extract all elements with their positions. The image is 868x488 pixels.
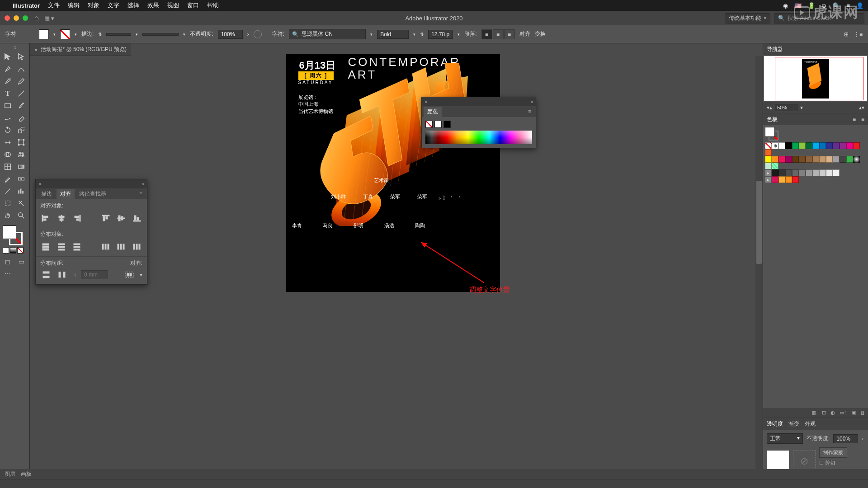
isolate-mode-icon[interactable]: ⊞ — [844, 31, 849, 38]
app-name[interactable]: Illustrator — [13, 2, 40, 9]
user-icon[interactable]: 👤 — [856, 2, 863, 9]
swatch-item[interactable]: ▸ — [765, 169, 772, 176]
swatch-item[interactable] — [806, 169, 812, 176]
align-to-selection[interactable] — [123, 270, 135, 280]
workspace-dropdown[interactable]: 传统基本功能▾ — [725, 13, 770, 23]
shape-builder-tool[interactable] — [1, 149, 14, 160]
new-swatch-icon[interactable]: ▣ — [851, 410, 856, 416]
swatch-item[interactable] — [792, 176, 799, 183]
swatch-item[interactable] — [785, 176, 792, 183]
swatch-item[interactable]: ▸ — [765, 176, 772, 183]
eyedropper-tool[interactable] — [1, 173, 14, 185]
free-transform-tool[interactable] — [14, 136, 28, 148]
align-right-button[interactable]: ≡ — [504, 29, 515, 39]
swatch-item[interactable] — [792, 156, 799, 163]
settings-icon[interactable]: ⋮≡ — [854, 31, 863, 38]
rotate-tool[interactable] — [1, 124, 14, 136]
menu-edit[interactable]: 编辑 — [68, 1, 80, 9]
flag-us-icon[interactable]: 🇺🇸 — [794, 2, 802, 9]
gradient-mode-icon[interactable] — [10, 247, 16, 253]
delete-swatch-icon[interactable]: 🗑 — [860, 410, 865, 416]
swatch-item[interactable] — [846, 142, 853, 149]
horizontal-distribute-right[interactable] — [131, 242, 142, 252]
close-window[interactable] — [5, 15, 10, 21]
shaper-tool[interactable] — [1, 112, 14, 124]
color-mode-icon[interactable] — [3, 247, 9, 253]
stroke-color-swatch[interactable] — [60, 29, 70, 39]
stroke-width-input[interactable] — [106, 33, 131, 36]
align-panel-header[interactable]: × « — [36, 179, 147, 188]
eraser-tool[interactable] — [14, 112, 28, 124]
swatch-item[interactable] — [778, 176, 785, 183]
line-segment-tool[interactable] — [14, 88, 28, 99]
wifi-icon[interactable]: ⊙ — [821, 2, 826, 9]
swatch-options-icon[interactable]: ◐ — [830, 410, 835, 416]
direct-selection-tool[interactable] — [14, 51, 28, 63]
swatch-item[interactable] — [806, 142, 812, 149]
swatch-item[interactable] — [833, 156, 840, 163]
vertical-distribute-top[interactable] — [40, 242, 52, 252]
align-left-button[interactable]: ≡ — [481, 29, 492, 39]
color-none-swatch[interactable] — [425, 121, 433, 128]
search-adobe-stock[interactable]: 🔍 搜索 Adobe Stock — [774, 13, 864, 23]
width-tool[interactable] — [1, 136, 14, 148]
menu-file[interactable]: 文件 — [48, 1, 60, 9]
slice-tool[interactable] — [14, 197, 28, 209]
transparency-tab[interactable]: 透明度 — [767, 420, 783, 428]
vertical-distribute-space[interactable] — [40, 270, 52, 280]
opacity-chevron-icon[interactable]: › — [247, 31, 249, 38]
swatch-show-icon[interactable]: ⊡ — [822, 410, 826, 416]
transparency-opacity-input[interactable]: 100% — [833, 434, 858, 443]
navigator-zoom-input[interactable] — [775, 104, 797, 111]
nav-zoom-chev[interactable]: ▾ — [800, 104, 803, 111]
swatch-library-icon[interactable]: ▦. — [811, 410, 817, 416]
menu-help[interactable]: 帮助 — [207, 1, 219, 9]
swatch-item[interactable] — [840, 142, 846, 149]
fill-color-swatch[interactable] — [39, 29, 49, 39]
size-stepper-icon[interactable]: ⇅ — [420, 32, 424, 37]
menu-select[interactable]: 选择 — [127, 1, 139, 9]
artboard[interactable]: 6月13日 [ 周六 ] SATURDAY CONTEMPORAR ART 展览… — [286, 54, 500, 292]
swatch-menu-icon[interactable]: ≡ — [861, 116, 864, 122]
swatch-item[interactable] — [772, 163, 778, 169]
swatch-item[interactable] — [785, 156, 792, 163]
color-panel-header[interactable]: × « — [422, 97, 536, 106]
navigator-view-box[interactable] — [775, 57, 863, 100]
swatch-item[interactable] — [778, 142, 785, 149]
artboard-tool[interactable] — [1, 197, 14, 209]
screen-mode-icon[interactable]: ▭ — [14, 256, 28, 267]
swatch-item[interactable] — [853, 142, 860, 149]
swatch-item[interactable] — [833, 169, 840, 176]
draw-mode-icon[interactable]: ◻ — [1, 256, 14, 267]
align-link[interactable]: 对齐 — [519, 30, 530, 38]
navigator-tab[interactable]: 导航器 — [767, 46, 783, 53]
fill-stroke-indicator[interactable] — [1, 224, 28, 255]
brush-definition-input[interactable] — [142, 33, 179, 36]
paintbrush-tool[interactable] — [14, 100, 28, 112]
close-panel-icon[interactable]: × — [38, 181, 41, 187]
swatch-item[interactable] — [826, 142, 833, 149]
color-spectrum[interactable] — [425, 131, 532, 144]
horizontal-align-right[interactable] — [71, 213, 83, 223]
swatch-item[interactable] — [799, 156, 806, 163]
spacing-stepper-icon[interactable]: ⇅ — [73, 272, 76, 277]
swatch-item[interactable] — [846, 156, 853, 163]
stroke-stepper-icon[interactable]: ⇅ — [98, 32, 102, 37]
vertical-align-center[interactable] — [116, 213, 127, 223]
swatch-item[interactable] — [785, 169, 792, 176]
swatch-item[interactable] — [853, 156, 860, 163]
selection-tool[interactable] — [1, 51, 14, 63]
new-color-group-icon[interactable]: ▭⁺ — [840, 410, 847, 416]
swatch-item[interactable] — [812, 169, 819, 176]
appearance-tab[interactable]: 外观 — [805, 420, 816, 428]
zoom-tool[interactable] — [14, 210, 28, 221]
zoom-out-icon[interactable]: ▾▴ — [767, 104, 772, 111]
recolor-artwork-icon[interactable] — [254, 30, 262, 38]
gradient-tool[interactable] — [14, 161, 28, 173]
align-panel[interactable]: × « 描边 对齐 路径查找器 ≡ 对齐对象: 分布对象: — [35, 179, 147, 285]
edit-toolbar-icon[interactable]: ⋯ — [1, 268, 14, 280]
transform-link[interactable]: 变换 — [535, 30, 546, 38]
menu-effect[interactable]: 效果 — [147, 1, 159, 9]
swatch-item[interactable] — [799, 169, 806, 176]
size-chev[interactable]: ▾ — [458, 32, 460, 37]
